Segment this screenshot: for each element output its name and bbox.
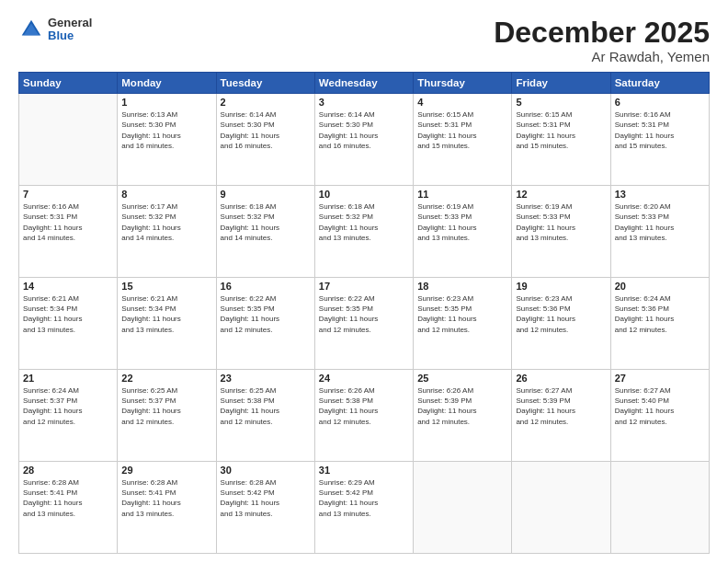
day-number: 8 xyxy=(121,189,211,200)
page: General Blue December 2025 Ar Rawdah, Ye… xyxy=(0,0,728,563)
day-number: 16 xyxy=(221,281,311,292)
day-info: Sunrise: 6:28 AMSunset: 5:41 PMDaylight:… xyxy=(23,477,113,519)
calendar-cell: 20Sunrise: 6:24 AMSunset: 5:36 PMDayligh… xyxy=(610,278,709,370)
calendar-cell: 27Sunrise: 6:27 AMSunset: 5:40 PMDayligh… xyxy=(610,370,709,462)
calendar-cell xyxy=(414,462,512,554)
day-info: Sunrise: 6:23 AMSunset: 5:35 PMDaylight:… xyxy=(417,293,507,335)
header-day: Thursday xyxy=(414,73,512,94)
day-number: 29 xyxy=(121,465,211,476)
day-info: Sunrise: 6:14 AMSunset: 5:30 PMDaylight:… xyxy=(221,109,311,151)
day-number: 14 xyxy=(23,281,113,292)
day-info: Sunrise: 6:26 AMSunset: 5:39 PMDaylight:… xyxy=(417,385,507,427)
calendar-subtitle: Ar Rawdah, Yemen xyxy=(494,49,710,64)
day-info: Sunrise: 6:27 AMSunset: 5:39 PMDaylight:… xyxy=(516,385,606,427)
header-day: Monday xyxy=(118,73,216,94)
day-number: 5 xyxy=(516,97,606,108)
day-number: 10 xyxy=(319,189,409,200)
day-info: Sunrise: 6:29 AMSunset: 5:42 PMDaylight:… xyxy=(319,477,409,519)
calendar-week: 21Sunrise: 6:24 AMSunset: 5:37 PMDayligh… xyxy=(19,370,710,462)
day-number: 27 xyxy=(615,373,705,384)
calendar-cell: 28Sunrise: 6:28 AMSunset: 5:41 PMDayligh… xyxy=(19,462,118,554)
day-info: Sunrise: 6:24 AMSunset: 5:37 PMDaylight:… xyxy=(23,385,113,427)
calendar-cell: 12Sunrise: 6:19 AMSunset: 5:33 PMDayligh… xyxy=(512,186,610,278)
day-number: 22 xyxy=(121,373,211,384)
day-info: Sunrise: 6:20 AMSunset: 5:33 PMDaylight:… xyxy=(615,201,705,243)
calendar-cell: 9Sunrise: 6:18 AMSunset: 5:32 PMDaylight… xyxy=(216,186,314,278)
day-info: Sunrise: 6:16 AMSunset: 5:31 PMDaylight:… xyxy=(23,201,113,243)
calendar-cell: 3Sunrise: 6:14 AMSunset: 5:30 PMDaylight… xyxy=(314,94,413,186)
calendar-cell: 22Sunrise: 6:25 AMSunset: 5:37 PMDayligh… xyxy=(118,370,216,462)
calendar-week: 1Sunrise: 6:13 AMSunset: 5:30 PMDaylight… xyxy=(19,94,710,186)
day-number: 7 xyxy=(23,189,113,200)
day-info: Sunrise: 6:19 AMSunset: 5:33 PMDaylight:… xyxy=(516,201,606,243)
calendar-cell: 10Sunrise: 6:18 AMSunset: 5:32 PMDayligh… xyxy=(314,186,413,278)
header-day: Saturday xyxy=(610,73,709,94)
day-info: Sunrise: 6:16 AMSunset: 5:31 PMDaylight:… xyxy=(615,109,705,151)
day-number: 20 xyxy=(615,281,705,292)
calendar-week: 28Sunrise: 6:28 AMSunset: 5:41 PMDayligh… xyxy=(19,462,710,554)
day-info: Sunrise: 6:25 AMSunset: 5:38 PMDaylight:… xyxy=(221,385,311,427)
day-number: 2 xyxy=(221,97,311,108)
day-number: 15 xyxy=(121,281,211,292)
calendar-cell: 21Sunrise: 6:24 AMSunset: 5:37 PMDayligh… xyxy=(19,370,118,462)
day-number: 17 xyxy=(319,281,409,292)
calendar-cell xyxy=(512,462,610,554)
day-info: Sunrise: 6:14 AMSunset: 5:30 PMDaylight:… xyxy=(319,109,409,151)
day-info: Sunrise: 6:25 AMSunset: 5:37 PMDaylight:… xyxy=(121,385,211,427)
calendar-cell: 2Sunrise: 6:14 AMSunset: 5:30 PMDaylight… xyxy=(216,94,314,186)
calendar-cell: 18Sunrise: 6:23 AMSunset: 5:35 PMDayligh… xyxy=(414,278,512,370)
day-info: Sunrise: 6:21 AMSunset: 5:34 PMDaylight:… xyxy=(121,293,211,335)
day-info: Sunrise: 6:28 AMSunset: 5:42 PMDaylight:… xyxy=(221,477,311,519)
day-number: 28 xyxy=(23,465,113,476)
header-day: Friday xyxy=(512,73,610,94)
calendar-table: SundayMondayTuesdayWednesdayThursdayFrid… xyxy=(18,72,710,554)
logo-blue: Blue xyxy=(48,29,92,42)
day-info: Sunrise: 6:24 AMSunset: 5:36 PMDaylight:… xyxy=(615,293,705,335)
calendar-cell: 11Sunrise: 6:19 AMSunset: 5:33 PMDayligh… xyxy=(414,186,512,278)
header: General Blue December 2025 Ar Rawdah, Ye… xyxy=(18,17,710,64)
day-number: 24 xyxy=(319,373,409,384)
calendar-cell: 24Sunrise: 6:26 AMSunset: 5:38 PMDayligh… xyxy=(314,370,413,462)
calendar-cell: 29Sunrise: 6:28 AMSunset: 5:41 PMDayligh… xyxy=(118,462,216,554)
day-number: 23 xyxy=(221,373,311,384)
day-number: 13 xyxy=(615,189,705,200)
calendar-cell: 19Sunrise: 6:23 AMSunset: 5:36 PMDayligh… xyxy=(512,278,610,370)
logo-icon xyxy=(18,17,44,42)
day-info: Sunrise: 6:15 AMSunset: 5:31 PMDaylight:… xyxy=(516,109,606,151)
title-block: December 2025 Ar Rawdah, Yemen xyxy=(494,17,710,64)
calendar-cell: 15Sunrise: 6:21 AMSunset: 5:34 PMDayligh… xyxy=(118,278,216,370)
day-info: Sunrise: 6:18 AMSunset: 5:32 PMDaylight:… xyxy=(221,201,311,243)
calendar-cell xyxy=(19,94,118,186)
calendar-cell: 6Sunrise: 6:16 AMSunset: 5:31 PMDaylight… xyxy=(610,94,709,186)
day-number: 4 xyxy=(417,97,507,108)
calendar-cell: 23Sunrise: 6:25 AMSunset: 5:38 PMDayligh… xyxy=(216,370,314,462)
calendar-week: 7Sunrise: 6:16 AMSunset: 5:31 PMDaylight… xyxy=(19,186,710,278)
day-info: Sunrise: 6:27 AMSunset: 5:40 PMDaylight:… xyxy=(615,385,705,427)
header-row: SundayMondayTuesdayWednesdayThursdayFrid… xyxy=(19,73,710,94)
day-info: Sunrise: 6:15 AMSunset: 5:31 PMDaylight:… xyxy=(417,109,507,151)
day-info: Sunrise: 6:18 AMSunset: 5:32 PMDaylight:… xyxy=(319,201,409,243)
header-day: Sunday xyxy=(19,73,118,94)
day-number: 21 xyxy=(23,373,113,384)
day-number: 30 xyxy=(221,465,311,476)
day-number: 19 xyxy=(516,281,606,292)
calendar-cell: 4Sunrise: 6:15 AMSunset: 5:31 PMDaylight… xyxy=(414,94,512,186)
calendar-cell: 14Sunrise: 6:21 AMSunset: 5:34 PMDayligh… xyxy=(19,278,118,370)
calendar-cell: 1Sunrise: 6:13 AMSunset: 5:30 PMDaylight… xyxy=(118,94,216,186)
calendar-cell: 7Sunrise: 6:16 AMSunset: 5:31 PMDaylight… xyxy=(19,186,118,278)
day-info: Sunrise: 6:28 AMSunset: 5:41 PMDaylight:… xyxy=(121,477,211,519)
calendar-title: December 2025 xyxy=(494,17,710,49)
calendar-cell xyxy=(610,462,709,554)
logo-text: General Blue xyxy=(48,17,92,43)
day-info: Sunrise: 6:26 AMSunset: 5:38 PMDaylight:… xyxy=(319,385,409,427)
calendar-cell: 31Sunrise: 6:29 AMSunset: 5:42 PMDayligh… xyxy=(314,462,413,554)
day-info: Sunrise: 6:19 AMSunset: 5:33 PMDaylight:… xyxy=(417,201,507,243)
day-number: 3 xyxy=(319,97,409,108)
day-number: 6 xyxy=(615,97,705,108)
day-info: Sunrise: 6:13 AMSunset: 5:30 PMDaylight:… xyxy=(121,109,211,151)
calendar-cell: 30Sunrise: 6:28 AMSunset: 5:42 PMDayligh… xyxy=(216,462,314,554)
day-info: Sunrise: 6:22 AMSunset: 5:35 PMDaylight:… xyxy=(319,293,409,335)
day-number: 25 xyxy=(417,373,507,384)
day-info: Sunrise: 6:23 AMSunset: 5:36 PMDaylight:… xyxy=(516,293,606,335)
calendar-cell: 8Sunrise: 6:17 AMSunset: 5:32 PMDaylight… xyxy=(118,186,216,278)
